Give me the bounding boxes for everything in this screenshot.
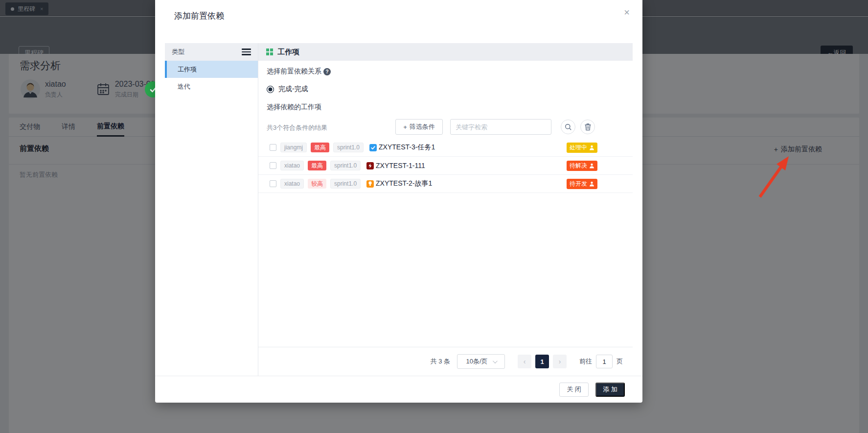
relation-label-row: 选择前置依赖关系 ? [267,67,331,76]
search-button[interactable] [561,120,575,134]
plus-icon: + [403,123,407,131]
page-size-value: 10条/页 [466,357,487,366]
story-icon [366,180,374,188]
add-predecessor-dialog: 添加前置依赖 × 类型 工作项 迭代 工作项 选择前置依赖关系 ? 完成-完成 … [155,0,642,403]
assignee-icon [589,145,594,150]
panel-header: 工作项 [258,43,633,61]
workitem-title[interactable]: ZXYTEST-3-任务1 [379,143,435,152]
sprint-tag: sprint1.0 [330,179,361,189]
row-checkbox[interactable] [270,144,276,151]
sprint-tag: sprint1.0 [330,161,361,170]
priority-tag: 最高 [308,161,326,170]
workitem-title[interactable]: ZXYTEST-1-111 [376,162,425,169]
row-checkbox[interactable] [270,162,276,169]
assignee-icon [589,163,594,168]
trash-icon [584,123,592,131]
prev-page-button[interactable]: ‹ [518,355,531,368]
priority-tag: 最高 [311,143,329,152]
workitem-row[interactable]: jiangmj 最高 sprint1.0 ZXYTEST-3-任务1 处理中 [258,139,633,157]
close-button[interactable]: 关 闭 [559,383,589,397]
relation-option-label: 完成-完成 [278,85,308,94]
goto-label: 前往 [579,357,592,366]
task-icon [369,144,377,151]
status-badge: 处理中 [567,143,597,153]
bug-icon [366,162,374,169]
add-button[interactable]: 添 加 [595,383,625,397]
relation-label: 选择前置依赖关系 [267,67,321,76]
grid-icon [266,48,273,55]
pagination-total: 共 3 条 [431,357,450,366]
assignee-tag: xiatao [280,161,304,170]
workitem-panel: 工作项 选择前置依赖关系 ? 完成-完成 选择依赖的工作项 共3个符合条件的结果… [258,43,633,376]
type-header-label: 类型 [172,48,184,56]
dialog-close-icon[interactable]: × [624,7,630,18]
goto-unit: 页 [617,357,623,366]
workitem-list: jiangmj 最高 sprint1.0 ZXYTEST-3-任务1 处理中 x… [258,139,633,193]
result-count: 共3个符合条件的结果 [267,123,327,132]
sidebar-item-iteration[interactable]: 迭代 [165,78,258,95]
search-icon [565,123,572,131]
status-badge: 待解决 [567,161,597,171]
dialog-title: 添加前置依赖 [174,10,224,22]
workitem-row[interactable]: xiatao 较高 sprint1.0 ZXYTEST-2-故事1 待开发 [258,175,633,193]
annotation-arrow [755,153,796,202]
type-sidebar: 类型 工作项 迭代 [165,43,258,376]
chevron-down-icon [492,359,497,363]
status-badge: 待开发 [567,179,597,189]
filter-button-label: 筛选条件 [410,122,435,131]
assignee-tag: jiangmj [280,143,307,152]
sprint-tag: sprint1.0 [333,143,364,152]
assignee-tag: xiatao [280,179,304,189]
goto-page-input[interactable] [596,355,613,368]
workitem-row[interactable]: xiatao 最高 sprint1.0 ZXYTEST-1-111 待解决 [258,157,633,175]
row-checkbox[interactable] [270,180,276,187]
current-page[interactable]: 1 [535,355,549,368]
relation-option-row[interactable]: 完成-完成 [267,85,308,94]
priority-tag: 较高 [308,179,326,189]
assignee-icon [589,181,594,187]
keyword-search-input[interactable] [450,119,551,135]
clear-button[interactable] [580,120,595,134]
next-page-button[interactable]: › [553,355,567,368]
help-icon[interactable]: ? [323,68,331,75]
filter-button[interactable]: + 筛选条件 [395,119,443,135]
workitem-title[interactable]: ZXYTEST-2-故事1 [376,179,432,188]
panel-header-title: 工作项 [277,48,299,57]
pagination: 共 3 条 10条/页 ‹ 1 › 前往 页 [258,347,633,376]
type-sidebar-header: 类型 [165,43,258,61]
menu-icon[interactable] [242,48,251,55]
pick-label: 选择依赖的工作项 [267,103,321,112]
sidebar-item-workitem[interactable]: 工作项 [165,61,258,78]
dialog-footer: 关 闭 添 加 [155,376,642,403]
radio-selected-icon[interactable] [267,86,274,93]
page-size-select[interactable]: 10条/页 [457,354,505,369]
